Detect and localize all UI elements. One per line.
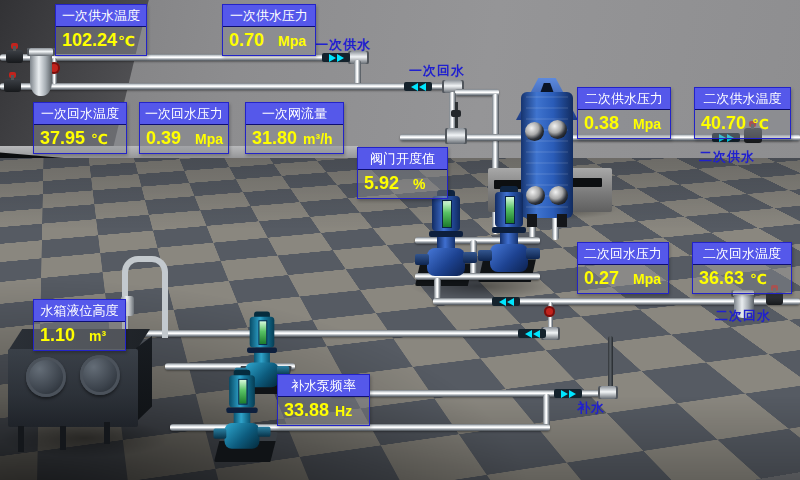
readout-secondary-return-pressure: 二次回水压力 0.27Mpa: [577, 242, 669, 294]
control-valve-actuator[interactable]: [451, 110, 461, 117]
unit: Mpa: [633, 114, 661, 134]
pipe-tag-secondary-supply: 二次供水: [699, 148, 755, 166]
pump-status-window: [258, 320, 267, 345]
pump-status-window: [238, 379, 247, 405]
tank-manhole-icon: [80, 355, 120, 395]
unit: Mpa: [278, 31, 306, 51]
readout-primary-network-flow: 一次网流量 31.80m³/h: [245, 102, 344, 154]
readout-primary-supply-temperature: 一次供水温度 102.24℃: [55, 4, 147, 56]
value: 102.24: [62, 30, 117, 50]
control-valve-body[interactable]: [445, 128, 467, 144]
pipe-elbow-down: [543, 394, 550, 426]
readout-secondary-supply-temperature: 二次供水温度 40.70℃: [694, 87, 791, 139]
value: 5.92: [364, 173, 399, 193]
value: 36.63: [699, 268, 744, 288]
readout-primary-return-temperature: 一次回水温度 37.95℃: [33, 102, 127, 154]
hx-port-icon: [525, 122, 544, 141]
readout-secondary-supply-pressure: 二次供水压力 0.38Mpa: [577, 87, 671, 139]
pump-status-window: [505, 196, 515, 224]
flow-arrow-icon: [404, 82, 432, 91]
pipe-primary-return: [0, 83, 448, 90]
value: 31.80: [252, 128, 297, 148]
water-tank[interactable]: [8, 349, 138, 427]
hmi-heat-exchange-station-screen: 一次供水 一次回水 二次供水 二次回水 补水 一次供水温度 102.24℃ 一次…: [0, 0, 800, 480]
air-separator[interactable]: [30, 50, 52, 96]
readout-valve-opening: 阀门开度值 5.92%: [357, 147, 448, 199]
flow-arrow-icon: [492, 297, 520, 306]
value: 37.95: [40, 128, 85, 148]
readout-primary-return-pressure: 一次回水压力 0.39Mpa: [139, 102, 229, 154]
circulation-pump-2[interactable]: [487, 186, 531, 278]
value: 33.88: [284, 400, 329, 420]
hx-port-icon: [549, 186, 568, 205]
value: 0.70: [229, 30, 264, 50]
value: 0.38: [584, 113, 619, 133]
unit: m³/h: [303, 129, 333, 149]
unit: ℃: [750, 269, 767, 289]
unit: Mpa: [195, 129, 223, 149]
unit: m³: [89, 326, 106, 346]
value: 1.10: [40, 325, 75, 345]
pipe-fitting: [598, 386, 618, 399]
unit: Mpa: [633, 269, 661, 289]
tank-manhole-icon: [26, 357, 66, 397]
flow-arrow-icon: [322, 53, 350, 62]
pipe-riser-dark: [608, 336, 613, 390]
pipe-makeup-header: [138, 330, 558, 337]
gate-valve-icon[interactable]: [6, 50, 23, 63]
readout-makeup-pump-frequency: 补水泵频率 33.88Hz: [277, 374, 370, 426]
flow-arrow-icon: [518, 329, 546, 338]
pipe-tag-primary-return: 一次回水: [409, 62, 465, 80]
circulation-pump-1[interactable]: [424, 190, 468, 282]
separator-flange: [27, 48, 55, 56]
unit: %: [413, 174, 425, 194]
gate-valve-icon[interactable]: [4, 79, 21, 92]
value: 0.39: [146, 128, 181, 148]
pump-status-window: [442, 200, 452, 228]
readout-primary-supply-pressure: 一次供水压力 0.70Mpa: [222, 4, 316, 56]
readout-secondary-return-temperature: 二次回水温度 36.63℃: [692, 242, 792, 294]
value: 40.70: [701, 113, 746, 133]
pipe-tag-secondary-return: 二次回水: [715, 307, 771, 325]
flow-arrow-icon: [554, 389, 582, 398]
unit: ℃: [752, 114, 769, 134]
makeup-pump-2[interactable]: [222, 370, 262, 455]
readout-tank-level-height: 水箱液位高度 1.10m³: [33, 299, 126, 351]
unit: ℃: [91, 129, 108, 149]
pipe-tag-primary-supply: 一次供水: [315, 36, 371, 54]
hx-port-icon: [548, 120, 567, 139]
pipe-tag-makeup-water: 补水: [577, 399, 605, 417]
unit: ℃: [118, 31, 135, 51]
value: 0.27: [584, 268, 619, 288]
handwheel-valve-icon[interactable]: [544, 306, 555, 317]
unit: Hz: [335, 401, 352, 421]
